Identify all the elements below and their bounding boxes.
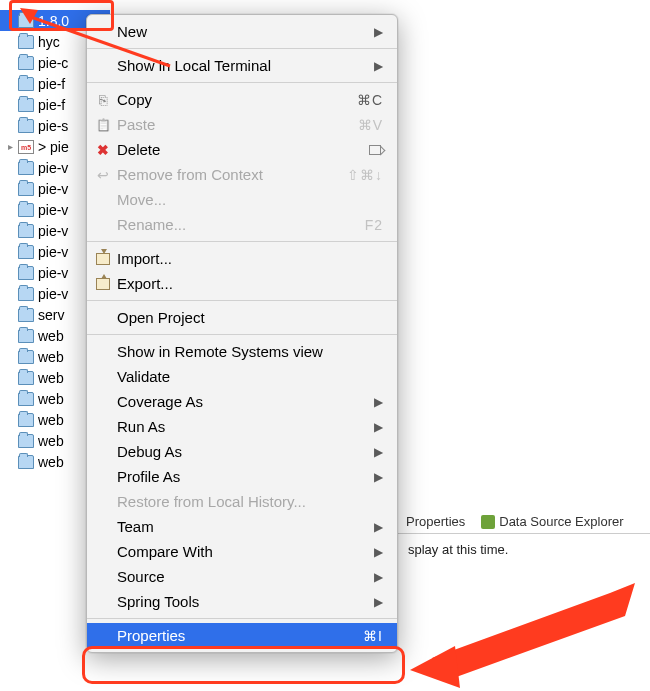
annotation-arrow [410,578,640,691]
folder-icon [18,182,34,196]
folder-icon [18,371,34,385]
menu-label: Export... [117,275,383,292]
folder-icon [18,245,34,259]
folder-icon [18,266,34,280]
menu-compare-with[interactable]: Compare With▶ [87,539,397,564]
menu-label: Import... [117,250,383,267]
menu-copy[interactable]: Copy⌘C [87,87,397,112]
submenu-arrow-icon: ▶ [374,25,383,39]
menu-validate[interactable]: Validate [87,364,397,389]
menu-separator [87,82,397,83]
tab-label: Properties [406,514,465,529]
delete-key-icon [369,145,381,155]
menu-label: Show in Local Terminal [117,57,374,74]
folder-icon [18,455,34,469]
menu-label: Remove from Context [117,166,347,183]
menu-open-project[interactable]: Open Project [87,305,397,330]
menu-run-as[interactable]: Run As▶ [87,414,397,439]
tab-data-source-explorer[interactable]: Data Source Explorer [481,514,623,529]
folder-icon [18,434,34,448]
menu-label: Coverage As [117,393,374,410]
menu-coverage-as[interactable]: Coverage As▶ [87,389,397,414]
folder-icon [18,203,34,217]
submenu-arrow-icon: ▶ [374,520,383,534]
svg-marker-2 [432,583,635,680]
menu-new[interactable]: New▶ [87,19,397,44]
menu-shortcut: ⌘V [358,117,383,133]
menu-rename: Rename...F2 [87,212,397,237]
folder-icon [18,413,34,427]
menu-team[interactable]: Team▶ [87,514,397,539]
menu-label: Team [117,518,374,535]
menu-label: Debug As [117,443,374,460]
folder-icon [18,98,34,112]
folder-icon [18,56,34,70]
submenu-arrow-icon: ▶ [374,470,383,484]
menu-restore-history: Restore from Local History... [87,489,397,514]
context-menu: New▶ Show in Local Terminal▶ Copy⌘C Past… [86,14,398,653]
menu-properties[interactable]: Properties⌘I [87,623,397,648]
submenu-arrow-icon: ▶ [374,545,383,559]
menu-label: Compare With [117,543,374,560]
tab-properties[interactable]: Properties [406,514,465,529]
menu-label: Run As [117,418,374,435]
bottom-panel: Properties Data Source Explorer splay at… [398,510,650,565]
menu-show-remote[interactable]: Show in Remote Systems view [87,339,397,364]
menu-separator [87,300,397,301]
database-icon [481,515,495,529]
folder-icon [18,308,34,322]
menu-move: Move... [87,187,397,212]
folder-icon [18,329,34,343]
import-icon [96,253,110,265]
folder-icon [18,35,34,49]
export-icon [96,278,110,290]
menu-import[interactable]: Import... [87,246,397,271]
menu-profile-as[interactable]: Profile As▶ [87,464,397,489]
folder-icon [18,287,34,301]
menu-separator [87,48,397,49]
menu-remove-context: Remove from Context⇧⌘↓ [87,162,397,187]
menu-debug-as[interactable]: Debug As▶ [87,439,397,464]
panel-message: splay at this time. [398,534,650,565]
svg-marker-3 [410,646,460,688]
menu-label: Open Project [117,309,383,326]
copy-icon [95,92,111,108]
submenu-arrow-icon: ▶ [374,59,383,73]
folder-icon [18,119,34,133]
remove-icon [95,167,111,183]
folder-icon [18,350,34,364]
menu-delete[interactable]: Delete [87,137,397,162]
folder-icon [18,224,34,238]
menu-label: Validate [117,368,383,385]
menu-label: Spring Tools [117,593,374,610]
menu-source[interactable]: Source▶ [87,564,397,589]
folder-icon [18,77,34,91]
submenu-arrow-icon: ▶ [374,395,383,409]
paste-icon [95,117,111,133]
menu-shortcut: ⌘I [363,628,383,644]
folder-icon [18,392,34,406]
bottom-tabs: Properties Data Source Explorer [398,510,650,534]
menu-label: Source [117,568,374,585]
menu-label: Show in Remote Systems view [117,343,383,360]
menu-separator [87,241,397,242]
menu-paste: Paste⌘V [87,112,397,137]
menu-export[interactable]: Export... [87,271,397,296]
menu-label: Move... [117,191,383,208]
folder-icon [18,14,34,28]
submenu-arrow-icon: ▶ [374,570,383,584]
folder-icon [18,161,34,175]
menu-shortcut: ⌘C [357,92,383,108]
menu-separator [87,618,397,619]
menu-show-terminal[interactable]: Show in Local Terminal▶ [87,53,397,78]
submenu-arrow-icon: ▶ [374,445,383,459]
menu-label: Copy [117,91,357,108]
menu-spring-tools[interactable]: Spring Tools▶ [87,589,397,614]
menu-label: Paste [117,116,358,133]
menu-label: Restore from Local History... [117,493,383,510]
menu-label: Rename... [117,216,365,233]
menu-shortcut: F2 [365,217,383,233]
menu-label: Delete [117,141,367,158]
tab-label: Data Source Explorer [499,514,623,529]
menu-label: New [117,23,374,40]
